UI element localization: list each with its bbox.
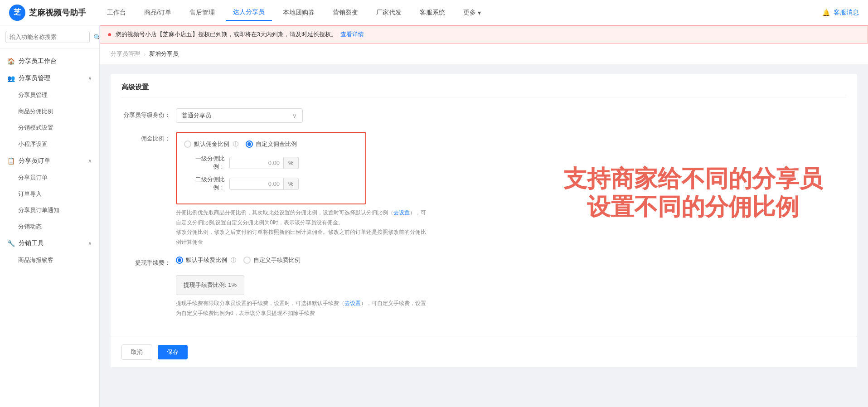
sidebar-menu: 🏠 分享员工作台 👥 分享员管理 ∧ 分享员管理 商品分佣比例 分销模式设置 小… [0, 49, 99, 272]
sidebar-item-product-commission[interactable]: 商品分佣比例 [0, 103, 99, 120]
sidebar-item-member-management[interactable]: 分享员管理 [0, 87, 99, 103]
sidebar: 🔍 ▦ 🏠 分享员工作台 👥 分享员管理 ∧ 分享员管理 商品分佣比例 [0, 25, 100, 407]
save-button[interactable]: 保存 [158, 345, 188, 359]
sidebar-section-tools: 🔧 分销工具 ∧ 商品海报锁客 [0, 235, 99, 268]
radio-circle-custom [246, 141, 253, 148]
sidebar-item-order-import[interactable]: 订单导入 [0, 186, 99, 202]
radio-circle-withdrawal-default [176, 257, 183, 264]
alert-link[interactable]: 查看详情 [340, 30, 364, 39]
nav-item-aftersale[interactable]: 售后管理 [182, 5, 222, 20]
member-level-label: 分享员等级身份： [121, 108, 176, 119]
search-input[interactable] [5, 31, 90, 43]
main-content: ● 您的视频号小店【芝麻小店五】授权已到期，或即将在3天内到期，请及时延长授权。… [100, 25, 868, 407]
nav-item-more[interactable]: 更多 ▾ [456, 5, 488, 20]
withdrawal-desc: 提现手续费有限取分享员设置的手续费，设置时，可选择默认手续费（去设置），可自定义… [176, 299, 430, 318]
nav-item-service[interactable]: 客服系统 [412, 5, 452, 20]
level2-input-group: % [229, 178, 299, 190]
sidebar-search-area: 🔍 ▦ [0, 25, 99, 49]
header: 芝 芝麻视频号助手 工作台 商品/订单 售后管理 达人分享员 本地团购券 营销裂… [0, 0, 868, 25]
percent-suffix-1: % [284, 157, 299, 169]
sidebar-item-poster-lock[interactable]: 商品海报锁客 [0, 252, 99, 268]
commission-label: 佣金比例： [121, 132, 176, 143]
level2-input[interactable] [229, 178, 284, 190]
error-icon: ● [107, 30, 112, 39]
nav-item-local[interactable]: 本地团购券 [276, 5, 322, 20]
fee-box: 提现手续费比例: 1% [176, 275, 244, 295]
users-icon: 👥 [7, 75, 15, 82]
commission-default-radio[interactable]: 默认佣金比例 ⓘ [184, 140, 238, 148]
layout: 🔍 ▦ 🏠 分享员工作台 👥 分享员管理 ∧ 分享员管理 商品分佣比例 [0, 25, 868, 407]
commission-radio-row: 默认佣金比例 ⓘ 自定义佣金比例 [184, 140, 358, 148]
sidebar-section-management: 👥 分享员管理 ∧ 分享员管理 商品分佣比例 分销模式设置 小程序设置 [0, 70, 99, 152]
withdrawal-go-settings-link[interactable]: 去设置 [344, 300, 361, 306]
form-actions: 取消 保存 [111, 337, 857, 367]
radio-dot [247, 142, 251, 146]
home-icon: 🏠 [7, 58, 15, 65]
breadcrumb-add-member: 新增分享员 [149, 50, 179, 58]
withdrawal-radio-row: 默认手续费比例 ⓘ 自定义手续费比例 [176, 256, 846, 264]
percent-suffix-2: % [284, 178, 299, 190]
breadcrumb-member-management[interactable]: 分享员管理 [111, 50, 140, 58]
select-arrow-icon: ∨ [292, 112, 297, 119]
main-inner: 支持商家给不同的分享员 设置不同的分佣比例 高级设置 分享员等级身份： 普通分享… [100, 65, 868, 376]
withdrawal-default-radio[interactable]: 默认手续费比例 ⓘ [176, 256, 236, 264]
nav-item-factory[interactable]: 厂家代发 [369, 5, 409, 20]
sidebar-section-orders: 📋 分享员订单 ∧ 分享员订单 订单导入 分享员订单通知 分销动态 [0, 152, 99, 235]
nav-item-marketing[interactable]: 营销裂变 [325, 5, 365, 20]
nav-item-workbench[interactable]: 工作台 [100, 5, 133, 20]
card-title: 高级设置 [121, 83, 846, 97]
member-level-row: 分享员等级身份： 普通分享员 ∨ [121, 108, 846, 123]
level1-label: 一级分佣比例： [184, 155, 225, 171]
tools-icon: 🔧 [7, 240, 15, 247]
nav-item-products[interactable]: 商品/订单 [137, 5, 179, 20]
customer-service-btn[interactable]: 🔔 客服消息 [822, 9, 859, 17]
commission-row: 佣金比例： 默认佣金比例 ⓘ [121, 132, 846, 247]
main-nav: 工作台 商品/订单 售后管理 达人分享员 本地团购券 营销裂变 厂家代发 客服系… [100, 5, 822, 21]
breadcrumb-separator: › [144, 51, 145, 58]
withdrawal-row: 提现手续费： 默认手续费比例 ⓘ [121, 256, 846, 318]
level1-input-group: % [229, 157, 299, 169]
chevron-up-icon-2: ∧ [88, 158, 92, 164]
chevron-down-icon: ▾ [478, 9, 481, 16]
sidebar-item-tools[interactable]: 🔧 分销工具 ∧ [0, 235, 99, 252]
commission-info-icon[interactable]: ⓘ [233, 141, 238, 148]
member-level-content: 普通分享员 ∨ [176, 108, 846, 123]
chevron-up-icon: ∧ [88, 75, 92, 82]
sidebar-item-order-notification[interactable]: 分享员订单通知 [0, 202, 99, 218]
orders-icon: 📋 [7, 157, 15, 165]
alert-banner: ● 您的视频号小店【芝麻小店五】授权已到期，或即将在3天内到期，请及时延长授权。… [100, 25, 868, 44]
nav-item-influencer[interactable]: 达人分享员 [226, 5, 272, 21]
member-level-select[interactable]: 普通分享员 ∨ [176, 108, 303, 123]
level2-row: 二级分佣比例： % [184, 175, 358, 192]
cancel-button[interactable]: 取消 [121, 344, 152, 360]
search-icon[interactable]: 🔍 [93, 34, 100, 41]
withdrawal-content: 默认手续费比例 ⓘ 自定义手续费比例 提现手续费比例: 1% [176, 256, 846, 318]
sidebar-item-management[interactable]: 👥 分享员管理 ∧ [0, 70, 99, 87]
level1-input[interactable] [229, 157, 284, 169]
content-area: 高级设置 分享员等级身份： 普通分享员 ∨ 佣金比例： [100, 65, 868, 376]
withdrawal-info-icon[interactable]: ⓘ [231, 257, 236, 264]
level2-label: 二级分佣比例： [184, 175, 225, 192]
level1-row: 一级分佣比例： % [184, 155, 358, 171]
chevron-up-icon-3: ∧ [88, 240, 92, 247]
sidebar-item-distribution-dynamics[interactable]: 分销动态 [0, 218, 99, 235]
commission-go-settings-link[interactable]: 去设置 [393, 209, 410, 216]
sidebar-item-member-orders[interactable]: 分享员订单 [0, 170, 99, 186]
sidebar-item-workbench[interactable]: 🏠 分享员工作台 [0, 53, 99, 70]
radio-circle-default [184, 141, 191, 148]
settings-card: 高级设置 分享员等级身份： 普通分享员 ∨ 佣金比例： [111, 74, 857, 337]
radio-dot-withdrawal [178, 258, 181, 262]
withdrawal-custom-radio[interactable]: 自定义手续费比例 [243, 256, 301, 264]
bell-icon: 🔔 [822, 9, 830, 16]
sidebar-item-orders[interactable]: 📋 分享员订单 ∧ [0, 152, 99, 170]
sidebar-item-distribution-mode[interactable]: 分销模式设置 [0, 120, 99, 136]
withdrawal-label: 提现手续费： [121, 256, 176, 267]
commission-desc: 分佣比例优先取商品分佣比例，其次取此处设置的分佣比例，设置时可选择默认分佣比例（… [176, 208, 430, 247]
radio-circle-withdrawal-custom [243, 257, 251, 264]
breadcrumb: 分享员管理 › 新增分享员 [100, 44, 868, 65]
commission-custom-radio[interactable]: 自定义佣金比例 [246, 140, 297, 148]
sidebar-item-miniapp-settings[interactable]: 小程序设置 [0, 136, 99, 152]
sidebar-section-workbench: 🏠 分享员工作台 [0, 53, 99, 70]
logo-icon: 芝 [9, 5, 25, 21]
commission-content: 默认佣金比例 ⓘ 自定义佣金比例 [176, 132, 846, 247]
